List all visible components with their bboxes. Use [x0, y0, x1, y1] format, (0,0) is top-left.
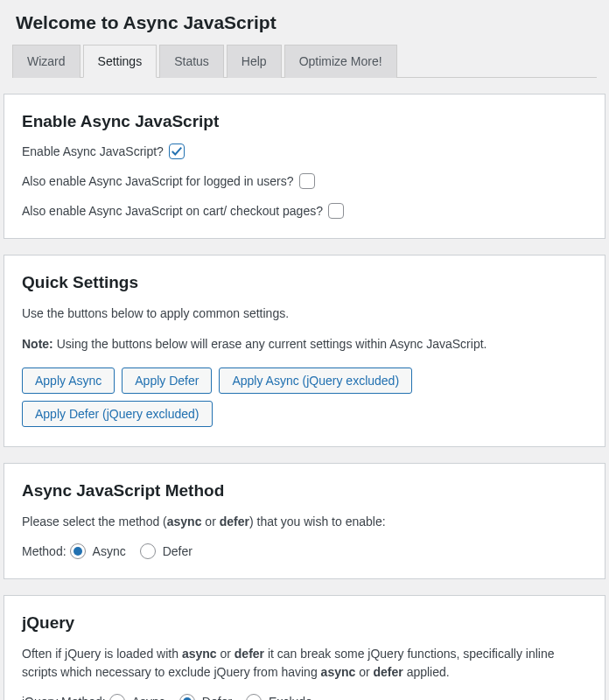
tab-optimize[interactable]: Optimize More!: [284, 45, 397, 78]
jq-d7: or: [355, 665, 373, 679]
method-desc-async: async: [167, 514, 202, 528]
quick-note: Note: Using the buttons below will erase…: [22, 335, 587, 354]
quick-buttons: Apply Async Apply Defer Apply Async (jQu…: [22, 368, 587, 427]
jquery-method-row: jQuery Method: Async Defer Exclude: [22, 694, 587, 700]
method-desc-post: ) that you wish to enable:: [249, 514, 386, 528]
tabs: Wizard Settings Status Help Optimize Mor…: [12, 44, 597, 78]
enable-panel: Enable Async JavaScript Enable Async Jav…: [4, 94, 606, 239]
method-desc: Please select the method (async or defer…: [22, 513, 587, 531]
method-desc-defer: defer: [220, 514, 249, 528]
cart-row: Also enable Async JavaScript on cart/ ch…: [22, 203, 587, 219]
jquery-panel: jQuery Often if jQuery is loaded with as…: [4, 595, 606, 700]
jquery-heading: jQuery: [22, 613, 587, 633]
page-title: Welcome to Async JavaScript: [0, 0, 609, 44]
apply-async-jq-button[interactable]: Apply Async (jQuery excluded): [219, 368, 412, 394]
jquery-desc: Often if jQuery is loaded with async or …: [22, 645, 587, 682]
jq-d6: async: [321, 665, 356, 679]
logged-in-label: Also enable Async JavaScript for logged …: [22, 174, 294, 188]
quick-panel: Quick Settings Use the buttons below to …: [4, 255, 606, 447]
method-async-label: Async: [93, 544, 126, 558]
apply-defer-jq-button[interactable]: Apply Defer (jQuery excluded): [22, 401, 213, 427]
logged-in-checkbox[interactable]: [299, 173, 315, 189]
jquery-method-label: jQuery Method:: [22, 695, 106, 700]
jquery-defer-radio[interactable]: [179, 694, 195, 700]
tab-settings[interactable]: Settings: [83, 45, 158, 78]
method-defer-label: Defer: [163, 544, 192, 558]
check-icon: [171, 145, 183, 158]
jquery-exclude-radio[interactable]: [246, 694, 262, 700]
jquery-exclude-label: Exclude: [269, 695, 312, 700]
jq-d9: applied.: [403, 665, 450, 679]
apply-defer-button[interactable]: Apply Defer: [122, 368, 212, 394]
jq-d1: Often if jQuery is loaded with: [22, 647, 182, 661]
method-defer-radio[interactable]: [140, 543, 156, 559]
method-async-radio[interactable]: [70, 543, 86, 559]
note-prefix: Note:: [22, 337, 53, 351]
tab-help[interactable]: Help: [227, 45, 282, 78]
enable-checkbox[interactable]: [169, 144, 185, 159]
method-heading: Async JavaScript Method: [22, 481, 587, 500]
method-row: Method: Async Defer: [22, 543, 587, 559]
cart-checkbox[interactable]: [328, 203, 344, 219]
quick-heading: Quick Settings: [22, 273, 587, 292]
tab-wizard[interactable]: Wizard: [12, 45, 80, 78]
quick-desc: Use the buttons below to apply common se…: [22, 304, 587, 323]
enable-heading: Enable Async JavaScript: [22, 112, 587, 131]
jquery-radio-group: Async Defer Exclude: [106, 694, 319, 700]
jq-d4: defer: [234, 647, 264, 661]
jq-d3: or: [217, 647, 234, 661]
method-radio-group: Async Defer: [66, 543, 200, 559]
logged-in-row: Also enable Async JavaScript for logged …: [22, 173, 587, 189]
tab-status[interactable]: Status: [159, 45, 224, 78]
jquery-async-radio[interactable]: [109, 694, 125, 700]
cart-label: Also enable Async JavaScript on cart/ ch…: [22, 204, 323, 218]
method-desc-pre: Please select the method (: [22, 514, 167, 528]
jq-d2: async: [182, 647, 217, 661]
method-desc-or: or: [201, 514, 219, 528]
jquery-async-label: Async: [132, 695, 165, 700]
note-text: Using the buttons below will erase any c…: [53, 337, 487, 351]
method-panel: Async JavaScript Method Please select th…: [4, 463, 606, 579]
jquery-defer-label: Defer: [202, 695, 232, 700]
apply-async-button[interactable]: Apply Async: [22, 368, 115, 394]
enable-row: Enable Async JavaScript?: [22, 144, 587, 159]
enable-label: Enable Async JavaScript?: [22, 144, 164, 158]
jq-d8: defer: [374, 665, 403, 679]
method-label: Method:: [22, 544, 66, 558]
